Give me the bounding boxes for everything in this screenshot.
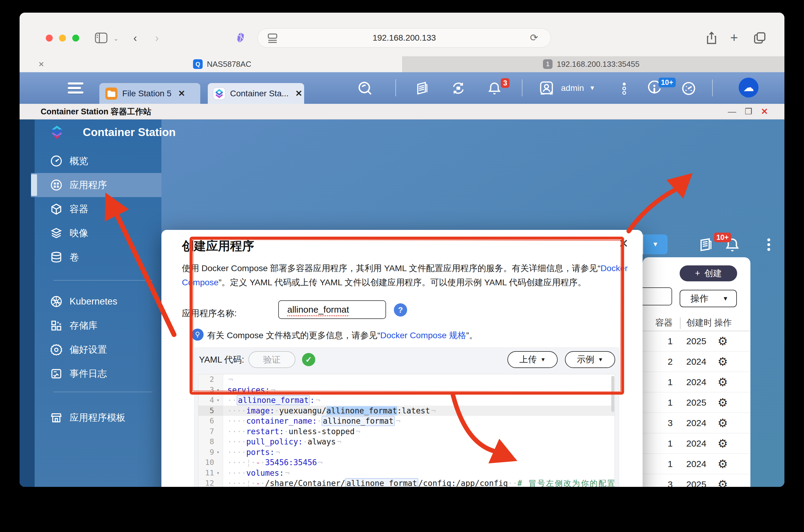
search-input-fragment[interactable] — [643, 287, 672, 305]
admin-username[interactable]: admin — [561, 72, 584, 104]
back-icon[interactable]: ‹ — [133, 32, 137, 44]
row-actions-gear-icon[interactable]: ⚙ — [715, 454, 731, 474]
show-tabs-icon[interactable] — [753, 31, 766, 44]
fold-arrow-icon[interactable] — [214, 416, 222, 426]
close-window-button[interactable] — [46, 35, 53, 41]
main-menu-icon[interactable] — [68, 82, 84, 94]
chevron-down-icon[interactable]: ▼ — [589, 72, 595, 104]
help-icon[interactable]: ? — [394, 303, 407, 317]
close-tab-icon[interactable]: ✕ — [178, 89, 185, 98]
editor-line[interactable]: 4▾··allinone_format:¬ — [198, 395, 615, 406]
search-icon[interactable] — [357, 80, 373, 96]
fold-arrow-icon[interactable] — [214, 374, 222, 385]
table-row[interactable]: 12024⚙ — [643, 454, 750, 474]
restore-icon[interactable]: ❐ — [745, 104, 752, 119]
yaml-code-editor[interactable]: 2¬3▾services:¬4▾··allinone_format:¬5····… — [198, 374, 615, 487]
forward-icon[interactable]: › — [155, 32, 159, 44]
editor-line[interactable]: 2¬ — [198, 374, 615, 385]
column-header-containers[interactable]: 容器 — [643, 317, 673, 329]
row-actions-gear-icon[interactable]: ⚙ — [715, 433, 731, 454]
table-row[interactable]: 12025⚙ — [643, 392, 750, 413]
more-options-kebab-icon[interactable] — [618, 82, 630, 95]
row-actions-gear-icon[interactable]: ⚙ — [715, 352, 731, 372]
fold-arrow-icon[interactable]: ▾ — [214, 447, 222, 458]
share-icon[interactable] — [706, 31, 717, 44]
table-row[interactable]: 32025⚙ — [643, 474, 750, 487]
row-actions-gear-icon[interactable]: ⚙ — [715, 331, 731, 352]
sidebar-item-overview[interactable]: 概览 — [31, 149, 161, 173]
sidebar-item-app-templates[interactable]: 应用程序模板 — [31, 406, 161, 430]
editor-line[interactable]: 5····image:·yuexuangu/allinone_format:la… — [198, 406, 615, 416]
qts-tab-file-station[interactable]: File Station 5 ✕ — [99, 83, 200, 104]
sidebar-item-label: 存储库 — [70, 319, 97, 332]
row-actions-gear-icon[interactable]: ⚙ — [715, 413, 731, 433]
sidebar-item-kubernetes[interactable]: Kubernetes — [31, 289, 161, 314]
sample-dropdown-button[interactable]: 示例▼ — [565, 351, 615, 368]
editor-line[interactable]: 8····pull_policy:·always¬ — [198, 437, 615, 447]
editor-line[interactable]: 7····restart:·unless-stopped¬ — [198, 426, 615, 437]
editor-line[interactable]: 12····¦·-·/share/Container/allinone_form… — [198, 478, 615, 487]
editor-line[interactable]: 10····¦·-·35456:35456¬ — [198, 457, 615, 468]
row-actions-gear-icon[interactable]: ⚙ — [715, 372, 731, 392]
editor-line[interactable]: 9▾····ports:¬ — [198, 447, 615, 458]
browser-tab-active[interactable]: ✕ Q NAS5878AC — [20, 56, 403, 72]
notifications-bell-icon[interactable] — [487, 81, 502, 96]
sync-icon[interactable] — [451, 81, 466, 96]
close-tab-icon[interactable]: ✕ — [38, 56, 44, 72]
fold-arrow-icon[interactable]: ▾ — [214, 385, 222, 395]
table-row[interactable]: 12025⚙ — [643, 331, 750, 352]
browser-tab-inactive[interactable]: 1 192.168.200.133:35455 — [403, 56, 784, 72]
fold-arrow-icon[interactable] — [214, 406, 222, 416]
docker-compose-spec-link[interactable]: Docker Compose 规格 — [380, 330, 466, 340]
fold-arrow-icon[interactable] — [214, 457, 222, 468]
close-tab-icon[interactable]: ✕ — [295, 89, 302, 98]
minimize-icon[interactable]: — — [728, 104, 736, 119]
editor-line[interactable]: 3▾services:¬ — [198, 385, 615, 395]
create-application-button[interactable]: + 创建 — [680, 265, 737, 281]
column-header-created[interactable]: 创建时 — [686, 317, 711, 329]
sidebar-item-images[interactable]: 映像 — [31, 221, 161, 245]
background-tasks-icon[interactable] — [415, 81, 430, 96]
upload-dropdown-button[interactable]: 上传▼ — [507, 351, 558, 368]
fold-arrow-icon[interactable]: ▾ — [214, 395, 222, 406]
sidebar-item-containers[interactable]: 容器 — [31, 197, 161, 221]
zoom-window-button[interactable] — [72, 35, 79, 41]
table-row[interactable]: 32024⚙ — [643, 413, 750, 433]
sidebar-item-applications[interactable]: 应用程序 — [31, 173, 161, 197]
fold-arrow-icon[interactable] — [214, 437, 222, 447]
fold-arrow-icon[interactable]: ▾ — [214, 468, 222, 478]
extension-icon[interactable] — [234, 31, 247, 44]
row-actions-gear-icon[interactable]: ⚙ — [715, 392, 731, 413]
editor-line[interactable]: 6····container_name:·allinone_format¬ — [198, 416, 615, 426]
chevron-down-icon[interactable]: ⌄ — [113, 35, 118, 42]
sidebar-item-registry[interactable]: 存储库 — [31, 314, 161, 338]
table-row[interactable]: 12024⚙ — [643, 372, 750, 392]
sidebar-item-volumes[interactable]: 卷 — [31, 245, 161, 269]
validate-button[interactable]: 验证 — [249, 351, 295, 368]
fold-arrow-icon[interactable] — [214, 478, 222, 487]
action-dropdown[interactable]: 操作 ▼ — [680, 290, 737, 307]
column-header-actions[interactable]: 操作 — [714, 317, 732, 329]
sample-label: 示例 — [577, 354, 595, 366]
minimize-window-button[interactable] — [59, 35, 66, 41]
myqnapcloud-icon[interactable]: ☁ — [739, 78, 759, 97]
sidebar-item-preferences[interactable]: 偏好设置 — [31, 338, 161, 362]
table-row[interactable]: 22024⚙ — [643, 352, 750, 372]
table-row[interactable]: 12024⚙ — [643, 433, 750, 454]
qts-tab-container-station[interactable]: Container Sta... ✕ — [208, 83, 304, 104]
close-icon[interactable]: ✕ — [619, 236, 629, 250]
user-avatar-icon[interactable] — [539, 80, 555, 97]
app-kebab-icon[interactable] — [763, 238, 775, 252]
editor-line[interactable]: 11▾····volumes:¬ — [198, 468, 615, 478]
close-icon[interactable]: ✕ — [761, 104, 768, 119]
app-logs-icon[interactable] — [698, 236, 714, 252]
editor-vertical-scrollbar[interactable] — [611, 376, 614, 412]
view-dropdown-fragment[interactable]: ▼ — [643, 234, 668, 254]
fold-arrow-icon[interactable] — [214, 426, 222, 437]
new-tab-icon[interactable]: + — [730, 30, 738, 45]
dashboard-icon[interactable] — [681, 81, 696, 96]
sidebar-toggle-icon[interactable] — [95, 33, 108, 43]
row-actions-gear-icon[interactable]: ⚙ — [715, 474, 731, 487]
sidebar-item-event-log[interactable]: 事件日志 — [31, 362, 161, 386]
reload-icon[interactable]: ⟳ — [530, 32, 538, 43]
